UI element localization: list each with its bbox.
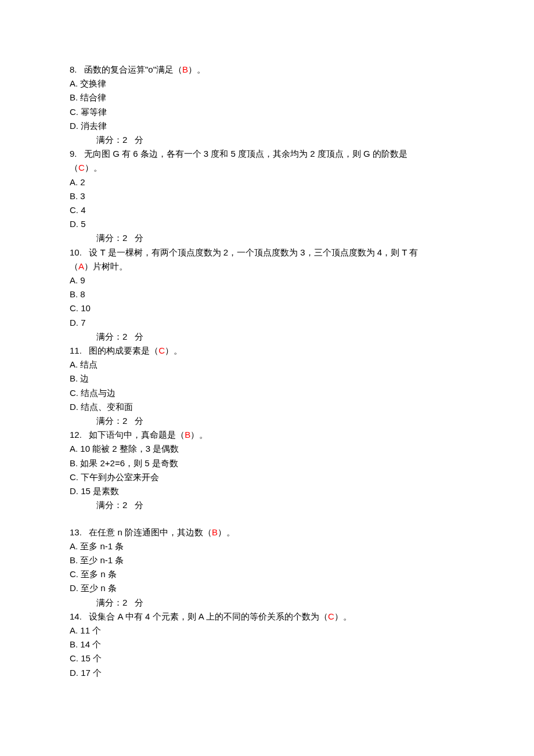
answer-letter: C bbox=[158, 345, 165, 355]
option-a: A. 交换律 bbox=[70, 77, 464, 91]
option-c: C. 15 个 bbox=[70, 651, 464, 665]
question-stem: 12. 如下语句中，真命题是（B）。 bbox=[70, 428, 464, 442]
question-stem: 14. 设集合 A 中有 4 个元素，则 A 上的不同的等价关系的个数为（C）。 bbox=[70, 610, 464, 624]
option-c: C. 10 bbox=[70, 301, 464, 315]
answer-letter: C bbox=[78, 163, 85, 172]
question-stem-cont: （C）。 bbox=[70, 161, 464, 175]
option-a: A. 2 bbox=[70, 175, 464, 189]
question-stem: 8. 函数的复合运算"ο"满足（B）。 bbox=[70, 63, 464, 77]
option-a: A. 11 个 bbox=[70, 624, 464, 638]
stem-text: 11. 图的构成要素是（ bbox=[70, 345, 158, 355]
option-c: C. 4 bbox=[70, 203, 464, 217]
document-page: 8. 函数的复合运算"ο"满足（B）。 A. 交换律 B. 结合律 C. 幂等律… bbox=[0, 0, 534, 756]
option-c: C. 至多 n 条 bbox=[70, 567, 464, 581]
score-line: 满分：2 分 bbox=[70, 414, 464, 428]
option-a: A. 至多 n-1 条 bbox=[70, 539, 464, 553]
score-line: 满分：2 分 bbox=[70, 596, 464, 610]
answer-letter: B bbox=[212, 527, 218, 537]
stem-text-post: ）片树叶。 bbox=[84, 261, 128, 271]
score-line: 满分：2 分 bbox=[70, 231, 464, 245]
stem-text-post: ）。 bbox=[165, 345, 182, 355]
question-stem-cont: （A）片树叶。 bbox=[70, 260, 464, 273]
option-a: A. 结点 bbox=[70, 358, 464, 372]
stem-text-post: ）。 bbox=[190, 430, 208, 440]
option-c: C. 下午到办公室来开会 bbox=[70, 470, 464, 484]
question-stem: 11. 图的构成要素是（C）。 bbox=[70, 344, 464, 358]
option-b: B. 3 bbox=[70, 189, 464, 203]
option-b: B. 如果 2+2=6，则 5 是奇数 bbox=[70, 456, 464, 470]
option-d: D. 消去律 bbox=[70, 119, 464, 133]
blank-line bbox=[70, 513, 464, 525]
stem-text-post: ）。 bbox=[334, 611, 352, 621]
score-line: 满分：2 分 bbox=[70, 133, 464, 147]
answer-letter: B bbox=[182, 64, 188, 74]
option-a: A. 10 能被 2 整除，3 是偶数 bbox=[70, 442, 464, 456]
answer-letter: B bbox=[185, 430, 190, 440]
stem-text: 8. 函数的复合运算"ο"满足（ bbox=[70, 64, 182, 74]
option-b: B. 14 个 bbox=[70, 638, 464, 651]
question-stem: 13. 在任意 n 阶连通图中，其边数（B）。 bbox=[70, 525, 464, 539]
option-b: B. 至少 n-1 条 bbox=[70, 553, 464, 567]
question-stem: 9. 无向图 G 有 6 条边，各有一个 3 度和 5 度顶点，其余均为 2 度… bbox=[70, 147, 464, 161]
stem-text: （ bbox=[70, 163, 78, 172]
option-d: D. 15 是素数 bbox=[70, 484, 464, 498]
score-line: 满分：2 分 bbox=[70, 330, 464, 344]
stem-text-post: ）。 bbox=[218, 527, 235, 537]
score-line: 满分：2 分 bbox=[70, 498, 464, 512]
option-b: B. 结合律 bbox=[70, 91, 464, 105]
option-b: B. 边 bbox=[70, 372, 464, 386]
option-d: D. 17 个 bbox=[70, 666, 464, 680]
stem-text-post: ）。 bbox=[188, 64, 205, 74]
option-d: D. 至少 n 条 bbox=[70, 581, 464, 595]
option-d: D. 7 bbox=[70, 316, 464, 330]
option-d: D. 5 bbox=[70, 217, 464, 231]
question-stem: 10. 设 T 是一棵树，有两个顶点度数为 2，一个顶点度数为 3，三个顶点度数… bbox=[70, 246, 464, 260]
answer-letter: A bbox=[78, 261, 84, 271]
stem-text: 13. 在任意 n 阶连通图中，其边数（ bbox=[70, 527, 212, 537]
option-b: B. 8 bbox=[70, 287, 464, 301]
stem-text: （ bbox=[70, 261, 78, 271]
option-a: A. 9 bbox=[70, 273, 464, 287]
stem-text: 12. 如下语句中，真命题是（ bbox=[70, 430, 185, 440]
stem-text-post: ）。 bbox=[85, 163, 102, 172]
answer-letter: C bbox=[328, 611, 334, 621]
option-d: D. 结点、变和面 bbox=[70, 400, 464, 414]
stem-text: 14. 设集合 A 中有 4 个元素，则 A 上的不同的等价关系的个数为（ bbox=[70, 611, 328, 621]
option-c: C. 幂等律 bbox=[70, 105, 464, 119]
option-c: C. 结点与边 bbox=[70, 386, 464, 400]
